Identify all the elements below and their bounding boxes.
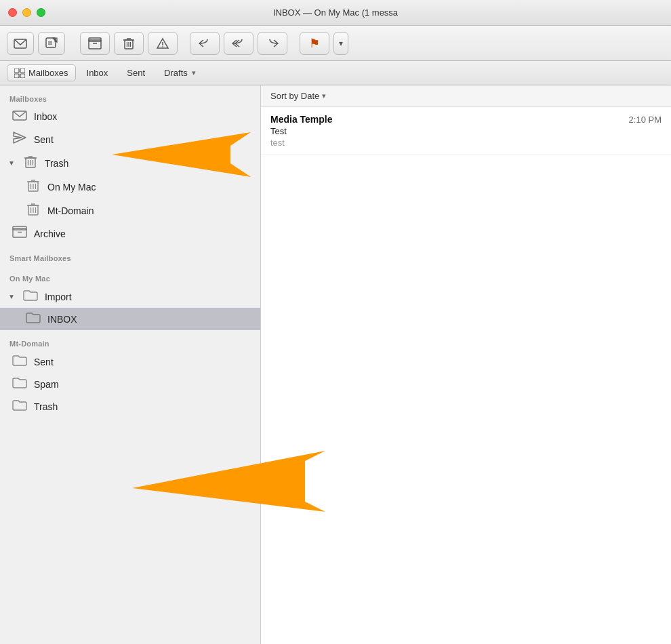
trash-domain-label: Mt-Domain xyxy=(47,205,94,216)
tab-sent[interactable]: Sent xyxy=(119,65,153,81)
sort-bar: Sort by Date ▾ xyxy=(261,85,671,107)
mt-trash-folder-icon xyxy=(12,399,27,414)
email-list: Media Temple 2:10 PM Test test xyxy=(261,107,671,644)
sort-label-text: Sort by Date xyxy=(270,91,319,101)
mt-spam-folder-icon xyxy=(12,376,27,392)
svg-point-16 xyxy=(162,46,163,47)
junk-button[interactable] xyxy=(148,32,178,55)
sidebar-item-trash-mac[interactable]: On My Mac xyxy=(0,175,260,199)
sidebar-item-mt-sent[interactable]: Sent xyxy=(0,350,260,373)
archive-label: Archive xyxy=(34,228,66,239)
trash-mac-label: On My Mac xyxy=(47,182,96,193)
section-mailboxes-header: Mailboxes xyxy=(0,85,260,106)
svg-rect-17 xyxy=(14,68,19,73)
reply-all-button[interactable] xyxy=(224,32,253,55)
maximize-button[interactable] xyxy=(37,8,45,17)
sidebar-item-trash-domain[interactable]: Mt-Domain xyxy=(0,199,260,222)
email-preview: test xyxy=(270,138,662,148)
inbox-icon xyxy=(12,109,27,124)
sidebar-item-inbox-mac[interactable]: INBOX xyxy=(0,308,260,330)
traffic-lights xyxy=(8,8,45,17)
archive-icon xyxy=(12,226,27,241)
import-folder-icon xyxy=(23,289,38,304)
email-sender: Media Temple xyxy=(270,114,333,125)
sort-by-date-button[interactable]: Sort by Date ▾ xyxy=(270,91,326,101)
inbox-mac-folder-icon xyxy=(26,311,41,327)
import-disclosure-icon: ▼ xyxy=(8,293,15,300)
drafts-dropdown-icon: ▾ xyxy=(192,68,196,77)
tab-drafts[interactable]: Drafts ▾ xyxy=(156,65,204,81)
flag-button[interactable]: ⚑ xyxy=(300,32,329,55)
section-mtdomain-header: Mt-Domain xyxy=(0,330,260,350)
mt-sent-label: Sent xyxy=(34,357,54,367)
sidebar: Mailboxes Inbox Sent ▼ xyxy=(0,85,261,644)
import-label: Import xyxy=(45,291,72,302)
section-smart-header: Smart Mailboxes xyxy=(0,245,260,265)
tab-bar: Mailboxes Inbox Sent Drafts ▾ xyxy=(0,61,671,85)
archive-button[interactable] xyxy=(80,32,110,55)
get-mail-button[interactable] xyxy=(7,32,34,55)
email-item[interactable]: Media Temple 2:10 PM Test test xyxy=(261,107,671,155)
sidebar-item-mt-trash[interactable]: Trash xyxy=(0,395,260,418)
tab-sent-label: Sent xyxy=(127,68,145,78)
toolbar: ⚑ ▾ xyxy=(0,26,671,61)
sidebar-item-import[interactable]: ▼ Import xyxy=(0,285,260,308)
reply-button[interactable] xyxy=(190,32,220,55)
window-title: INBOX — On My Mac (1 messa xyxy=(273,7,398,18)
email-time: 2:10 PM xyxy=(629,115,662,125)
svg-rect-20 xyxy=(20,74,25,78)
title-bar: INBOX — On My Mac (1 messa xyxy=(0,0,671,26)
sort-dropdown-icon: ▾ xyxy=(322,92,326,100)
svg-rect-18 xyxy=(20,68,25,73)
compose-button[interactable] xyxy=(38,32,65,55)
minimize-button[interactable] xyxy=(22,8,31,17)
email-subject: Test xyxy=(270,126,662,136)
trash-label: Trash xyxy=(45,158,68,169)
trash-domain-icon xyxy=(26,202,41,219)
svg-rect-19 xyxy=(14,74,19,78)
close-button[interactable] xyxy=(8,8,17,17)
tab-mailboxes-label: Mailboxes xyxy=(28,68,68,78)
sidebar-item-archive[interactable]: Archive xyxy=(0,222,260,245)
sidebar-item-inbox[interactable]: Inbox xyxy=(0,106,260,127)
sent-icon xyxy=(12,131,27,148)
sidebar-item-sent[interactable]: Sent xyxy=(0,127,260,151)
tab-inbox-label: Inbox xyxy=(87,68,108,78)
tab-drafts-label: Drafts xyxy=(164,68,188,78)
trash-icon xyxy=(23,155,38,172)
flag-dropdown-button[interactable]: ▾ xyxy=(333,32,348,55)
sidebar-item-mt-spam[interactable]: Spam xyxy=(0,373,260,395)
sent-label: Sent xyxy=(34,134,54,145)
content-area: Sort by Date ▾ Media Temple 2:10 PM Test… xyxy=(261,85,671,644)
delete-button[interactable] xyxy=(114,32,144,55)
mt-spam-label: Spam xyxy=(34,379,59,390)
inbox-label: Inbox xyxy=(34,111,57,122)
mt-trash-label: Trash xyxy=(34,401,58,412)
email-header: Media Temple 2:10 PM xyxy=(270,114,662,125)
forward-button[interactable] xyxy=(258,32,287,55)
trash-disclosure-icon: ▼ xyxy=(8,159,15,167)
tab-inbox[interactable]: Inbox xyxy=(79,65,117,81)
sidebar-item-trash[interactable]: ▼ Trash xyxy=(0,151,260,175)
section-onmymac-header: On My Mac xyxy=(0,265,260,285)
tab-mailboxes[interactable]: Mailboxes xyxy=(7,64,76,81)
main-layout: Mailboxes Inbox Sent ▼ xyxy=(0,85,671,644)
trash-mac-icon xyxy=(26,178,41,195)
inbox-mac-label: INBOX xyxy=(47,314,77,325)
mt-sent-folder-icon xyxy=(12,354,27,369)
